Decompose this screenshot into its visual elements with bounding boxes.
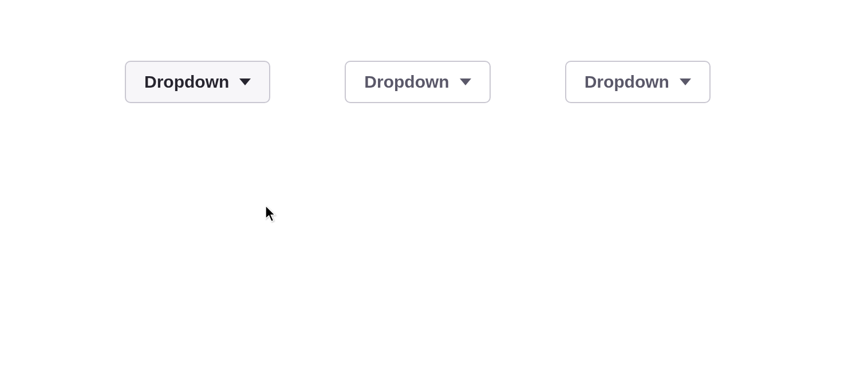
dropdown-button-1[interactable]: Dropdown bbox=[125, 61, 270, 103]
dropdowns-row: Dropdown Dropdown Dropdown bbox=[125, 61, 711, 103]
caret-down-icon bbox=[239, 78, 251, 85]
cursor-icon bbox=[265, 206, 278, 223]
dropdown-label: Dropdown bbox=[144, 73, 229, 91]
dropdown-label: Dropdown bbox=[364, 73, 449, 91]
dropdown-button-2[interactable]: Dropdown bbox=[345, 61, 490, 103]
caret-down-icon bbox=[680, 78, 691, 85]
caret-down-icon bbox=[460, 78, 471, 85]
dropdown-button-3[interactable]: Dropdown bbox=[565, 61, 711, 103]
dropdown-label: Dropdown bbox=[585, 73, 669, 91]
